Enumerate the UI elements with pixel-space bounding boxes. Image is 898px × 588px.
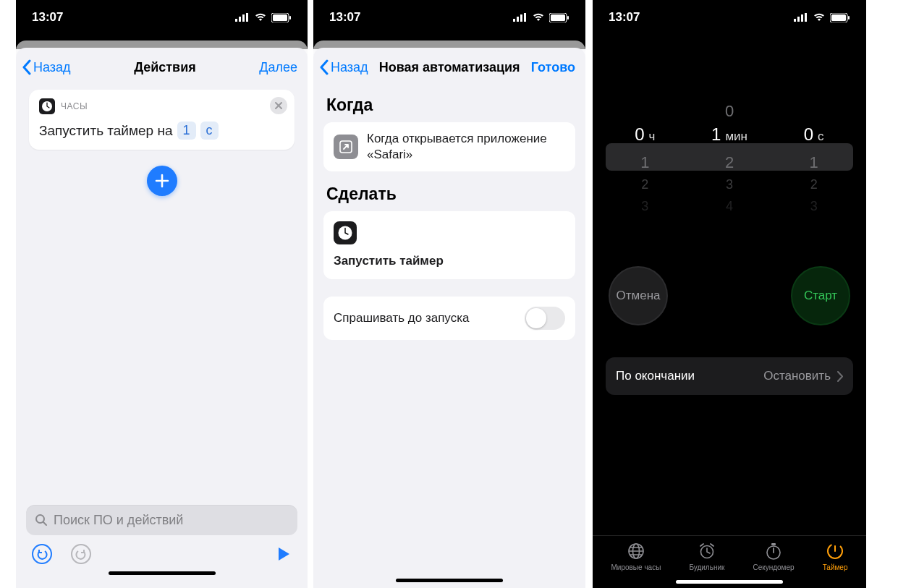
tab-alarm[interactable]: Будильник [689, 542, 724, 571]
status-time: 13:07 [32, 10, 63, 25]
back-label: Назад [331, 60, 368, 75]
svg-rect-0 [235, 19, 237, 22]
ask-before-run-toggle[interactable] [525, 307, 565, 330]
battery-icon [830, 13, 850, 22]
svg-rect-21 [805, 13, 807, 22]
svg-rect-23 [831, 14, 846, 21]
svg-rect-24 [848, 16, 850, 20]
when-header: Когда [326, 95, 572, 115]
home-indicator [396, 579, 503, 582]
svg-rect-29 [771, 543, 776, 545]
hours-value: 0 [635, 124, 644, 145]
search-placeholder: Поиск ПО и действий [54, 513, 183, 528]
add-action-button[interactable] [147, 166, 177, 196]
seconds-value: 0 [804, 124, 813, 145]
minutes-unit: мин [725, 129, 747, 144]
timer-icon [826, 542, 844, 561]
run-button[interactable] [276, 546, 292, 562]
do-action-row[interactable]: Запустить таймер [323, 211, 575, 279]
globe-icon [627, 542, 645, 561]
tab-timer[interactable]: Таймер [823, 542, 848, 571]
seconds-column[interactable]: 0с 1 2 3 [787, 100, 840, 223]
svg-rect-5 [273, 14, 287, 21]
signal-icon [513, 13, 528, 22]
svg-rect-15 [567, 16, 569, 20]
tab-bar: Мировые часы Будильник Секундомер Таймер [593, 535, 866, 573]
svg-rect-20 [801, 14, 803, 22]
end-value: Остановить [763, 369, 831, 383]
navbar: Назад Действия Далее [16, 48, 308, 82]
signal-icon [794, 13, 808, 22]
hours-column[interactable]: 0ч 1 2 3 [619, 100, 672, 223]
svg-rect-9 [513, 19, 515, 22]
timer-duration-value[interactable]: 1 [177, 122, 196, 140]
redo-icon [75, 548, 87, 560]
app-open-icon [334, 135, 358, 159]
svg-rect-12 [524, 13, 526, 22]
timer-picker[interactable]: 0ч 1 2 3 0 1мин 2 3 4 0с 1 2 3 [593, 100, 866, 223]
svg-rect-2 [242, 14, 245, 22]
minutes-column[interactable]: 0 1мин 2 3 4 [703, 100, 756, 223]
seconds-unit: с [818, 129, 824, 144]
do-header: Сделать [326, 184, 572, 204]
card-app-label: ЧАСЫ [61, 101, 88, 111]
close-icon [274, 101, 283, 110]
undo-button[interactable] [32, 544, 52, 564]
do-action-label: Запустить таймер [334, 253, 444, 269]
battery-icon [271, 13, 292, 22]
cancel-button[interactable]: Отмена [609, 266, 668, 325]
play-icon [276, 546, 292, 562]
tab-stopwatch[interactable]: Секундомер [753, 542, 794, 571]
status-bar: 13:07 [593, 0, 866, 42]
svg-rect-6 [289, 16, 291, 20]
chevron-right-icon [836, 371, 843, 382]
next-button[interactable]: Далее [259, 60, 297, 75]
home-indicator [676, 580, 783, 584]
svg-rect-19 [797, 17, 800, 22]
tab-world-clock[interactable]: Мировые часы [611, 542, 661, 571]
signal-icon [235, 13, 250, 22]
svg-rect-11 [520, 14, 522, 22]
redo-button[interactable] [71, 544, 91, 564]
wifi-icon [254, 13, 267, 22]
status-time: 13:07 [329, 10, 360, 25]
when-text: Когда открывается приложение «Safari» [367, 131, 565, 163]
ask-before-run-row: Спрашивать до запуска [323, 297, 575, 340]
alarm-icon [698, 542, 716, 561]
wifi-icon [813, 13, 826, 22]
svg-rect-14 [551, 14, 565, 21]
page-title: Действия [71, 60, 260, 75]
search-icon [35, 514, 48, 527]
end-label: По окончании [616, 369, 695, 383]
svg-rect-18 [794, 19, 796, 22]
when-condition-row[interactable]: Когда открывается приложение «Safari» [323, 122, 575, 171]
action-card: ЧАСЫ Запустить таймер на 1 с [29, 90, 295, 150]
start-button[interactable]: Старт [791, 266, 850, 325]
clock-app-icon [334, 221, 357, 244]
status-time: 13:07 [609, 10, 640, 25]
back-button[interactable]: Назад [22, 59, 71, 75]
svg-rect-10 [517, 17, 519, 22]
stopwatch-icon [764, 542, 783, 561]
undo-icon [36, 548, 48, 560]
battery-icon [549, 13, 569, 22]
ask-label: Спрашивать до запуска [334, 311, 469, 325]
svg-rect-3 [246, 13, 248, 22]
clock-app-icon [39, 98, 55, 114]
timer-duration-unit[interactable]: с [200, 122, 219, 140]
hours-unit: ч [649, 129, 656, 144]
navbar: Назад Новая автоматизация Готово [313, 48, 585, 82]
remove-action-button[interactable] [270, 97, 287, 114]
wifi-icon [532, 13, 545, 22]
home-indicator [109, 571, 216, 575]
status-bar: 13:07 [16, 0, 308, 42]
chevron-left-icon [319, 59, 329, 75]
status-bar: 13:07 [313, 0, 585, 42]
page-title: Новая автоматизация [368, 60, 531, 75]
action-text: Запустить таймер на [39, 123, 173, 139]
done-button[interactable]: Готово [531, 60, 575, 75]
plus-icon [155, 174, 169, 188]
when-timer-ends-row[interactable]: По окончании Остановить [606, 357, 853, 395]
back-button[interactable]: Назад [319, 59, 368, 75]
search-input[interactable]: Поиск ПО и действий [26, 505, 297, 535]
